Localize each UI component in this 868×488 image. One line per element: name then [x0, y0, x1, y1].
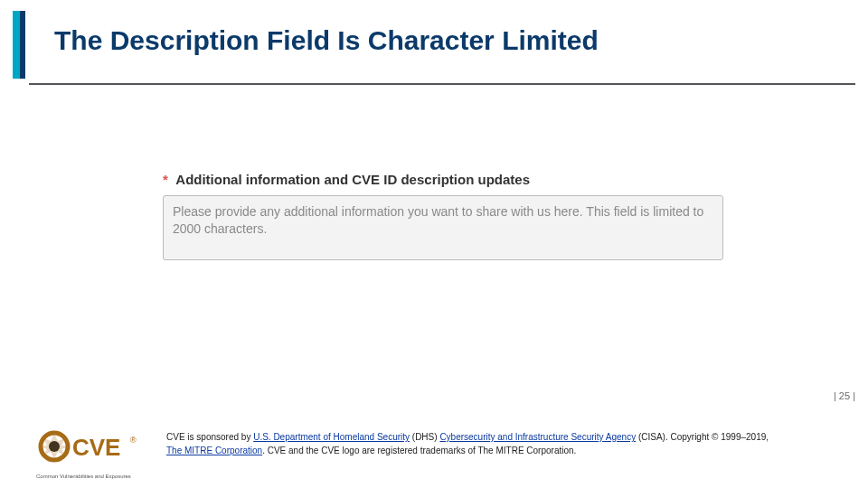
- field-label-row: * Additional information and CVE ID desc…: [163, 172, 723, 188]
- footer: CVE ® Common Vulnerabilities and Exposur…: [36, 425, 855, 477]
- accent-bar-navy: [20, 11, 25, 79]
- footer-text-mid2: (CISA). Copyright © 1999–2019,: [636, 432, 769, 442]
- description-textarea[interactable]: Please provide any additional informatio…: [163, 195, 723, 260]
- horizontal-rule: [29, 83, 855, 85]
- page-number: | 25 |: [834, 390, 855, 401]
- footer-text-post: . CVE and the CVE logo are registered tr…: [262, 446, 576, 455]
- svg-text:CVE: CVE: [72, 434, 120, 461]
- footer-text-pre: CVE is sponsored by: [166, 432, 253, 442]
- accent-bar-cyan: [13, 11, 20, 79]
- slide: The Description Field Is Character Limit…: [0, 0, 868, 488]
- footer-text-mid1: (DHS): [410, 432, 439, 442]
- link-dhs[interactable]: U.S. Department of Homeland Security: [253, 432, 410, 442]
- footer-fine-print: CVE is sponsored by U.S. Department of H…: [166, 430, 769, 457]
- cve-logo: CVE ® Common Vulnerabilities and Exposur…: [36, 425, 145, 477]
- svg-text:®: ®: [130, 436, 137, 445]
- slide-title: The Description Field Is Character Limit…: [54, 25, 599, 56]
- field-label: Additional information and CVE ID descri…: [175, 172, 530, 187]
- required-asterisk: *: [163, 172, 168, 187]
- link-mitre[interactable]: The MITRE Corporation: [166, 446, 262, 455]
- cve-logo-subtext: Common Vulnerabilities and Exposures: [36, 474, 131, 479]
- link-cisa[interactable]: Cybersecurity and Infrastructure Securit…: [439, 432, 636, 442]
- form-field-group: * Additional information and CVE ID desc…: [163, 172, 723, 260]
